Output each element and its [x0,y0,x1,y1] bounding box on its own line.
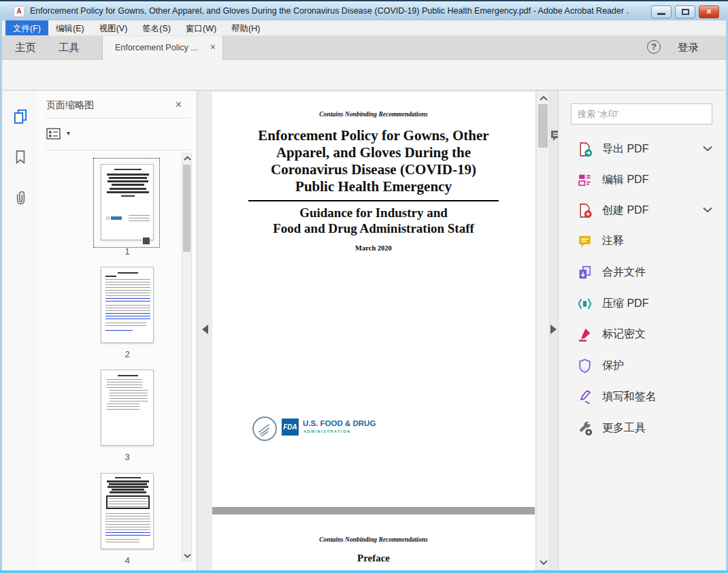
tab-tools[interactable]: 工具 [59,41,80,55]
main-toolbar: ☆ 1 / 15 51% ▾ ▾ [0,60,728,91]
chevron-down-icon[interactable] [703,207,712,213]
thumbnails-scrollbar[interactable] [182,153,192,561]
tool-more-tools[interactable]: 更多工具 [571,414,715,444]
thumbnail-page-number: 1 [85,246,169,257]
redact-icon [576,326,593,343]
panel-close-icon[interactable]: × [176,99,182,111]
protect-shield-icon [576,357,593,374]
tool-label: 合并文件 [602,265,646,280]
tool-redact[interactable]: 标记密文 [571,320,715,350]
tab-home[interactable]: 主页 [15,41,36,55]
create-pdf-icon [576,202,593,219]
pdf-page-2: Contains Nonbinding Recommendations Pref… [212,514,535,570]
tool-export-pdf[interactable]: 导出 PDF [571,135,715,165]
acrobat-app-icon: A [14,6,24,17]
menu-view[interactable]: 视图(V) [92,20,135,35]
thumbnail-image [101,370,154,446]
minimize-button[interactable] [651,5,672,18]
page-notice: Contains Nonbinding Recommendations [212,536,535,543]
expand-right-panel-arrow[interactable] [550,325,557,334]
thumbnail-page-number: 2 [85,349,169,359]
tool-label: 填写和签名 [602,390,657,404]
scrollbar-thumb[interactable] [183,165,191,252]
thumbnail-resize-handle[interactable] [143,238,150,244]
menu-edit[interactable]: 编辑(E) [48,20,92,35]
scroll-up-icon[interactable] [540,95,548,101]
menu-help[interactable]: 帮助(H) [224,20,267,35]
tool-edit-pdf[interactable]: 编辑 PDF [571,165,715,195]
fda-logo-row: FDA U.S. FOOD & DRUG ADMINISTRATION U.S.… [252,414,505,448]
menu-window[interactable]: 窗口(W) [178,20,224,35]
tool-label: 更多工具 [602,421,646,436]
minimize-icon [657,13,665,15]
maximize-button[interactable] [675,5,695,18]
tool-compress-pdf[interactable]: 压缩 PDF [571,289,715,319]
page-thumbnails-panel: 页面缩略图 × ▾ 1 [37,91,197,570]
tool-label: 编辑 PDF [602,173,648,187]
document-scrollbar[interactable] [536,91,550,570]
help-icon[interactable]: ? [647,40,661,54]
close-button[interactable]: × [699,5,719,18]
tool-protect[interactable]: 保护 [571,351,715,381]
divider [46,118,190,118]
document-subtitle: Guidance for Industry and Food and Drug … [212,205,535,236]
pdf-page-1: Contains Nonbinding Recommendations Enfo… [212,92,535,507]
thumbnail-page-1[interactable]: 1 [85,164,169,257]
fda-brand-line1: U.S. FOOD & DRUG [303,419,376,427]
scroll-up-icon[interactable] [184,156,191,161]
tab-close-icon[interactable]: × [210,42,216,52]
collapse-left-panel-arrow[interactable] [202,325,208,334]
thumbnail-options-button[interactable]: ▾ [46,127,70,142]
preface-heading: Preface [212,553,535,564]
thumbnail-page-2[interactable]: 2 [85,267,169,359]
combine-files-icon [576,264,593,281]
menu-bar: 文件(F) 编辑(E) 视图(V) 签名(S) 窗口(W) 帮助(H) [0,20,728,36]
thumbnail-page-number: 3 [85,452,169,462]
thumbnail-image [101,267,154,343]
fda-brand-line2: ADMINISTRATION [303,429,351,433]
tool-combine-files[interactable]: 合并文件 [571,258,715,288]
divider [46,150,190,150]
more-tools-wrench-icon [576,420,593,437]
hhs-seal-icon [252,416,278,442]
search-tools-input[interactable] [571,103,712,125]
export-pdf-icon [576,141,593,158]
tool-comment[interactable]: 注释 [571,227,715,257]
page-notice: Contains Nonbinding Recommendations [212,111,535,118]
tool-fill-sign[interactable]: 填写和签名 [571,382,715,412]
tab-document-label: Enforcement Policy ... [115,43,198,52]
page-thumbnails-icon[interactable] [12,108,29,125]
sign-in-link[interactable]: 登录 [678,41,699,55]
tool-label: 标记密文 [602,327,646,342]
thumbnail-page-3[interactable]: 3 [85,370,169,462]
thumbnail-page-4[interactable]: 4 [85,473,169,566]
window-border [0,20,2,573]
menu-sign[interactable]: 签名(S) [135,20,178,35]
thumbnail-image [101,473,154,549]
bookmarks-icon[interactable] [12,148,29,166]
scroll-down-icon[interactable] [184,553,191,559]
navigation-pane-strip [2,91,37,570]
titlebar: A Enforcement Policy for Gowns, Other Ap… [0,0,728,20]
compress-pdf-icon [576,295,593,312]
document-date: March 2020 [212,244,535,252]
document-viewer[interactable]: Contains Nonbinding Recommendations Enfo… [197,91,550,570]
window-title: Enforcement Policy for Gowns, Other Appa… [30,6,629,18]
tool-label: 导出 PDF [602,142,648,157]
close-icon: × [706,6,712,16]
chevron-down-icon[interactable] [703,146,712,152]
edit-pdf-icon [576,171,593,189]
document-title: Enforcement Policy for Gowns, Other Appa… [212,127,535,195]
fill-sign-icon [576,389,593,406]
fda-logo-box: FDA [282,419,299,436]
tool-label: 压缩 PDF [602,297,648,311]
attachments-icon[interactable] [12,189,29,207]
scroll-down-icon[interactable] [540,559,548,566]
thumbnail-page-number: 4 [85,555,169,566]
scrollbar-thumb[interactable] [538,104,548,148]
maximize-icon [682,9,689,15]
tab-document[interactable]: Enforcement Policy ... × [102,36,223,60]
tool-create-pdf[interactable]: 创建 PDF [571,196,715,226]
menu-file[interactable]: 文件(F) [5,20,48,35]
title-underline [248,200,499,201]
